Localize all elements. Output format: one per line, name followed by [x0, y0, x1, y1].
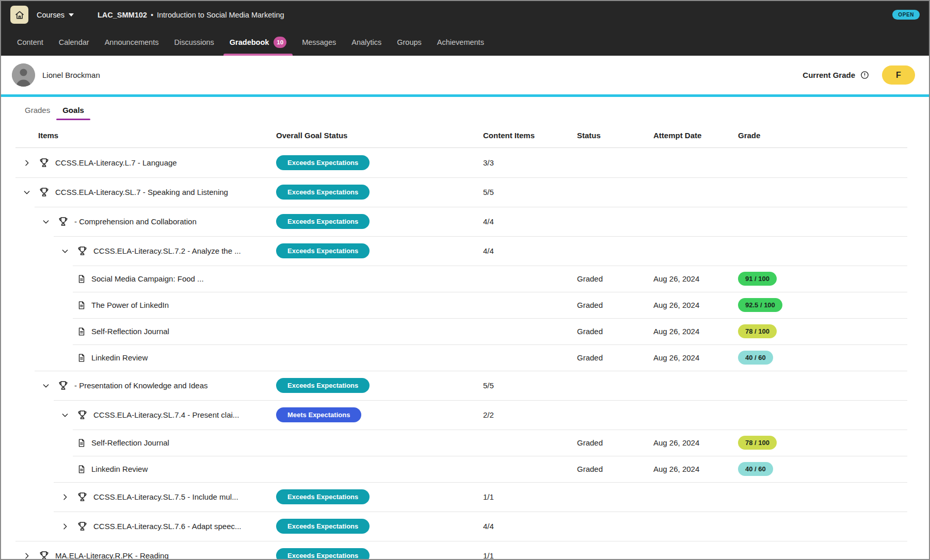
goal-label: MA.ELA-Literacy.R.PK - Reading: [55, 551, 169, 560]
chevron-down-icon[interactable]: [39, 382, 53, 390]
goal-status-pill: Exceeds Expectations: [276, 489, 370, 504]
content-item-row: Self-Reflection JournalGradedAug 26, 202…: [15, 430, 907, 456]
tab-label: Analytics: [351, 38, 381, 46]
content-items-count: 5/5: [483, 188, 577, 196]
attempt-date: Aug 26, 2024: [653, 465, 738, 473]
current-grade-pill: F: [882, 65, 915, 85]
goal-row[interactable]: CCSS.ELA-Literacy.SL.7.5 - Include mul..…: [15, 482, 907, 512]
goal-row[interactable]: CCSS.ELA-Literacy.SL.7 - Speaking and Li…: [15, 177, 907, 207]
column-header-grade: Grade: [738, 131, 907, 140]
tab-gradebook[interactable]: Gradebook10: [222, 28, 294, 56]
current-grade-group: Current Grade F: [803, 65, 915, 85]
goal-row[interactable]: - Comprehension and CollaborationExceeds…: [15, 207, 907, 236]
tab-label: Gradebook: [230, 38, 269, 46]
content-item-label[interactable]: Linkedin Review: [91, 353, 148, 362]
tab-label: Calendar: [59, 38, 89, 46]
trophy-icon: [77, 245, 88, 256]
tab-discussions[interactable]: Discussions: [166, 28, 221, 56]
tab-content[interactable]: Content: [9, 28, 51, 56]
document-icon: [77, 274, 86, 284]
trophy-icon: [77, 521, 88, 532]
tab-label: Content: [17, 38, 43, 46]
gradebook-count-badge: 10: [274, 37, 286, 48]
trophy-icon: [77, 409, 88, 420]
tab-grades-label: Grades: [25, 106, 50, 114]
tab-analytics[interactable]: Analytics: [344, 28, 389, 56]
chevron-down-icon[interactable]: [39, 218, 53, 226]
chevron-down-icon[interactable]: [58, 411, 72, 419]
goal-row[interactable]: CCSS.ELA-Literacy.L.7 - LanguageExceeds …: [15, 148, 907, 177]
content-items-count: 4/4: [483, 246, 577, 255]
attempt-status: Graded: [577, 274, 653, 283]
goal-status-pill: Meets Expectations: [276, 407, 361, 422]
chevron-right-icon[interactable]: [20, 552, 34, 560]
tab-label: Discussions: [174, 38, 214, 46]
goal-status-pill: Exceeds Expectations: [276, 519, 370, 534]
tab-label: Messages: [302, 38, 336, 46]
content-item-row: Self-Reflection JournalGradedAug 26, 202…: [15, 318, 907, 344]
course-open-badge[interactable]: OPEN: [892, 10, 920, 20]
student-name: Lionel Brockman: [42, 71, 100, 79]
goal-status-pill: Exceeds Expectations: [276, 214, 370, 229]
chevron-right-icon[interactable]: [58, 522, 72, 531]
chevron-down-icon[interactable]: [58, 247, 72, 255]
trophy-icon: [39, 550, 50, 560]
content-item-label[interactable]: Social Media Campaign: Food ...: [91, 274, 204, 283]
content-item-label[interactable]: Linkedin Review: [91, 465, 148, 473]
goal-label: CCSS.ELA-Literacy.SL.7.4 - Present clai.…: [93, 410, 239, 419]
chevron-down-icon[interactable]: [20, 188, 34, 196]
trophy-icon: [39, 157, 50, 168]
attempt-date: Aug 26, 2024: [653, 438, 738, 447]
document-icon: [77, 300, 86, 310]
chevron-down-icon: [69, 13, 74, 17]
column-header-items: Items: [15, 131, 276, 140]
goal-status-pill: Exceeds Expectations: [276, 243, 370, 258]
goal-row[interactable]: - Presentation of Knowledge and IdeasExc…: [15, 371, 907, 400]
goal-status-pill: Exceeds Expectations: [276, 155, 370, 170]
tab-calendar[interactable]: Calendar: [51, 28, 97, 56]
grade-pill: 40 / 60: [738, 462, 773, 476]
attempt-date: Aug 26, 2024: [653, 301, 738, 309]
grade-pill: 92.5 / 100: [738, 298, 782, 312]
content-item-label[interactable]: Self-Reflection Journal: [91, 327, 169, 336]
home-button[interactable]: [10, 6, 28, 24]
chevron-right-icon[interactable]: [58, 493, 72, 501]
document-icon: [77, 438, 86, 448]
info-icon[interactable]: [860, 70, 870, 80]
content-item-row: Social Media Campaign: Food ...GradedAug…: [15, 266, 907, 292]
trophy-icon: [58, 380, 69, 391]
chevron-right-icon[interactable]: [20, 159, 34, 167]
column-header-content-items: Content Items: [483, 131, 577, 140]
column-header-attempt-date: Attempt Date: [653, 131, 738, 140]
grade-pill: 91 / 100: [738, 272, 777, 286]
trophy-icon: [39, 187, 50, 197]
goal-row[interactable]: CCSS.ELA-Literacy.SL.7.6 - Adapt speec..…: [15, 512, 907, 541]
goal-status-pill: Exceeds Expectations: [276, 378, 370, 393]
column-header-status: Status: [577, 131, 653, 140]
goal-label: CCSS.ELA-Literacy.SL.7.5 - Include mul..…: [93, 492, 238, 501]
goal-label: CCSS.ELA-Literacy.L.7 - Language: [55, 158, 177, 167]
current-grade-label: Current Grade: [803, 71, 855, 79]
table-body: CCSS.ELA-Literacy.L.7 - LanguageExceeds …: [15, 148, 907, 560]
tab-goals-label: Goals: [62, 106, 84, 114]
grade-pill: 78 / 100: [738, 324, 777, 338]
content-items-count: 3/3: [483, 158, 577, 167]
tab-grades[interactable]: Grades: [19, 97, 56, 123]
courses-dropdown[interactable]: Courses: [37, 11, 74, 19]
goal-row[interactable]: MA.ELA-Literacy.R.PK - ReadingExceeds Ex…: [15, 541, 907, 560]
tab-messages[interactable]: Messages: [294, 28, 344, 56]
content-items-count: 4/4: [483, 217, 577, 226]
attempt-date: Aug 26, 2024: [653, 353, 738, 362]
goal-row[interactable]: CCSS.ELA-Literacy.SL.7.4 - Present clai.…: [15, 400, 907, 430]
tab-goals[interactable]: Goals: [56, 97, 90, 123]
tab-achievements[interactable]: Achievements: [429, 28, 492, 56]
tab-label: Groups: [397, 38, 422, 46]
content-item-row: Linkedin ReviewGradedAug 26, 202440 / 60: [15, 456, 907, 482]
content-item-label[interactable]: Self-Reflection Journal: [91, 438, 169, 447]
tab-groups[interactable]: Groups: [389, 28, 429, 56]
tab-announcements[interactable]: Announcements: [97, 28, 167, 56]
content-item-label[interactable]: The Power of LinkedIn: [91, 301, 169, 309]
course-nav: ContentCalendarAnnouncementsDiscussionsG…: [1, 28, 929, 56]
goal-row[interactable]: CCSS.ELA-Literacy.SL.7.2 - Analyze the .…: [15, 236, 907, 266]
content-item-row: The Power of LinkedInGradedAug 26, 20249…: [15, 292, 907, 318]
